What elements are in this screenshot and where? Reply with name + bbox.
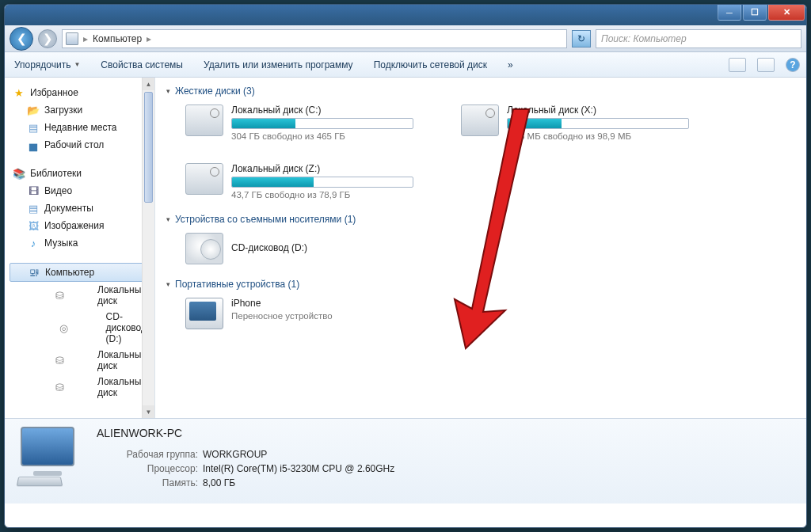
close-button[interactable]: ✕ [768, 5, 805, 21]
libraries-icon: 📚 [13, 167, 25, 180]
breadcrumb-segment[interactable]: Компьютер [93, 33, 142, 44]
titlebar[interactable]: ─ ☐ ✕ [5, 5, 806, 25]
computer-icon: 🖳 [28, 266, 40, 279]
refresh-button[interactable]: ↻ [572, 30, 591, 48]
search-placeholder: Поиск: Компьютер [601, 33, 687, 44]
chevron-right-icon[interactable]: ▸ [147, 33, 151, 44]
star-icon: ★ [13, 86, 25, 99]
workgroup-label: Рабочая группа: [97, 449, 198, 460]
usage-bar [507, 118, 689, 129]
sidebar-images[interactable]: 🖼Изображения [5, 217, 154, 234]
sidebar-documents[interactable]: ▤Документы [5, 200, 154, 217]
details-pane: ALIENWORK-PC Рабочая группа:WORKGROUP Пр… [5, 418, 806, 504]
drive-free-space: 43,7 ГБ свободно из 78,9 ГБ [231, 190, 439, 200]
view-layout-icon[interactable] [729, 58, 746, 72]
drive-icon: ⛁ [27, 354, 93, 367]
address-bar: ❮ ❯ ▸ Компьютер ▸ ↻ Поиск: Компьютер [5, 25, 806, 52]
desktop-icon: ▅ [27, 139, 40, 151]
drive-icon: ⛁ [27, 289, 93, 302]
sidebar-local-disk[interactable]: ⛁Локальный диск [5, 347, 154, 374]
drive-label: Локальный диск (Z:) [231, 163, 439, 174]
scroll-up-icon[interactable]: ▲ [143, 78, 154, 90]
sidebar-libraries[interactable]: 📚Библиотеки [5, 165, 154, 182]
video-icon: 🎞 [27, 184, 40, 197]
help-icon[interactable]: ? [786, 58, 800, 72]
sidebar: ★Избранное 📂Загрузки ▤Недавние места ▅Ра… [5, 78, 155, 418]
drive-free-space: 304 ГБ свободно из 465 ГБ [231, 131, 439, 141]
drive-label: Локальный диск (C:) [231, 104, 439, 116]
main-content: ▾Жесткие диски (3) Локальный диск (C:) 3… [155, 78, 806, 418]
device-type: Переносное устройство [231, 311, 439, 321]
organize-button[interactable]: Упорядочить▼ [11, 58, 83, 72]
toolbar: Упорядочить▼ Свойства системы Удалить ил… [5, 52, 806, 78]
cpu-value: Intel(R) Core(TM) i5-3230M CPU @ 2.60GHz [203, 463, 394, 474]
recent-icon: ▤ [27, 121, 40, 134]
cd-icon: ◎ [27, 321, 101, 334]
sidebar-cd-drive[interactable]: ◎CD-дисковод (D:) [5, 309, 154, 347]
computer-icon [66, 32, 78, 45]
drive-c[interactable]: Локальный диск (C:) 304 ГБ свободно из 4… [185, 104, 439, 141]
explorer-window: ─ ☐ ✕ ❮ ❯ ▸ Компьютер ▸ ↻ Поиск: Компьют… [4, 4, 807, 528]
computer-name: ALIENWORK-PC [97, 427, 394, 439]
computer-large-icon [16, 427, 82, 488]
drive-label: Локальный диск (X:) [507, 104, 714, 116]
sidebar-recent[interactable]: ▤Недавние места [5, 119, 154, 136]
usage-bar [231, 177, 413, 188]
folder-icon: 📂 [27, 104, 40, 116]
memory-value: 8,00 ГБ [203, 477, 235, 488]
drive-icon: ⛁ [27, 381, 93, 393]
image-icon: 🖼 [27, 219, 40, 232]
document-icon: ▤ [27, 202, 40, 215]
forward-button[interactable]: ❯ [38, 29, 57, 48]
drive-cd[interactable]: CD-дисковод (D:) [185, 233, 439, 264]
collapse-icon: ▾ [166, 87, 170, 95]
memory-label: Память: [97, 477, 198, 488]
hdd-icon [461, 104, 499, 136]
maximize-button[interactable]: ☐ [743, 5, 767, 21]
map-network-drive-button[interactable]: Подключить сетевой диск [371, 58, 490, 72]
group-removable[interactable]: ▾Устройства со съемными носителями (1) [166, 214, 795, 225]
back-button[interactable]: ❮ [10, 27, 33, 51]
device-iphone[interactable]: iPhone Переносное устройство [185, 298, 439, 329]
device-label: iPhone [231, 298, 439, 309]
sidebar-desktop[interactable]: ▅Рабочий стол [5, 136, 154, 154]
sidebar-local-disk[interactable]: ⛁Локальный диск [5, 282, 154, 309]
sidebar-downloads[interactable]: 📂Загрузки [5, 101, 154, 119]
sidebar-video[interactable]: 🎞Видео [5, 182, 154, 200]
toolbar-overflow[interactable]: » [504, 58, 516, 72]
chevron-right-icon: ▸ [83, 33, 88, 44]
scroll-down-icon[interactable]: ▼ [143, 405, 154, 418]
search-input[interactable]: Поиск: Компьютер [596, 29, 801, 48]
group-portable[interactable]: ▾Портативные устройства (1) [166, 279, 795, 290]
sidebar-favorites[interactable]: ★Избранное [5, 84, 154, 101]
collapse-icon: ▾ [166, 280, 170, 288]
usage-bar [231, 118, 413, 129]
drive-free-space: 69,8 МБ свободно из 98,9 МБ [507, 131, 714, 141]
breadcrumb[interactable]: ▸ Компьютер ▸ [62, 29, 567, 48]
sidebar-local-disk[interactable]: ⛁Локальный диск [5, 374, 154, 401]
uninstall-program-button[interactable]: Удалить или изменить программу [200, 58, 356, 72]
collapse-icon: ▾ [166, 215, 170, 223]
drive-z[interactable]: Локальный диск (Z:) 43,7 ГБ свободно из … [185, 163, 439, 200]
scrollbar[interactable]: ▲ ▼ [142, 78, 154, 418]
cd-icon [185, 233, 223, 264]
minimize-button[interactable]: ─ [718, 5, 741, 21]
cpu-label: Процессор: [97, 463, 198, 474]
drive-label: CD-дисковод (D:) [231, 242, 307, 253]
system-properties-button[interactable]: Свойства системы [97, 58, 186, 72]
portable-device-icon [185, 298, 223, 329]
group-hard-disks[interactable]: ▾Жесткие диски (3) [166, 86, 795, 97]
drive-x[interactable]: Локальный диск (X:) 69,8 МБ свободно из … [461, 104, 714, 141]
sidebar-computer[interactable]: 🖳Компьютер [10, 263, 150, 282]
preview-pane-icon[interactable] [757, 58, 775, 72]
workgroup-value: WORKGROUP [203, 449, 267, 460]
hdd-icon [185, 104, 223, 136]
sidebar-music[interactable]: ♪Музыка [5, 234, 154, 252]
hdd-icon [185, 163, 223, 195]
scrollbar-thumb[interactable] [144, 92, 153, 203]
music-icon: ♪ [27, 237, 40, 249]
